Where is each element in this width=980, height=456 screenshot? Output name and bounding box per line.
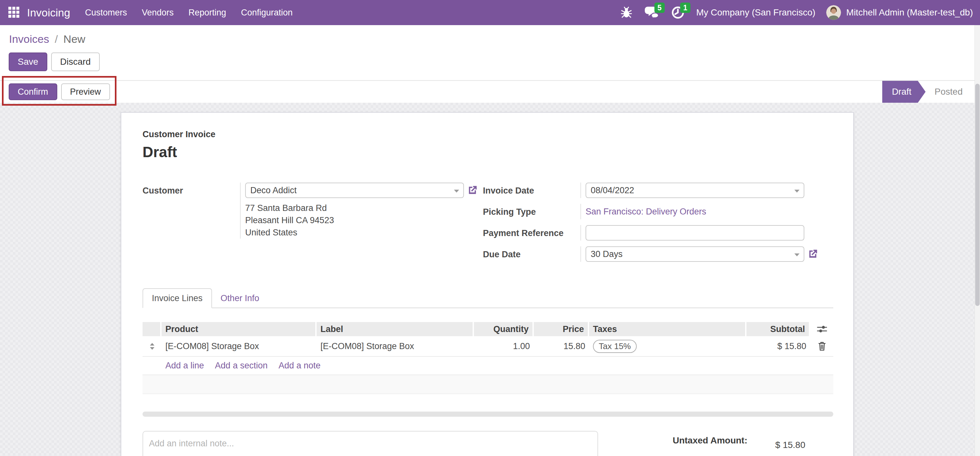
breadcrumb-current: New [64,33,85,45]
tab-other-info[interactable]: Other Info [212,289,268,308]
company-switcher[interactable]: My Company (San Francisco) [696,7,815,18]
invoice-date-label: Invoice Date [483,183,581,198]
drag-handle[interactable] [150,343,154,350]
odoo-invoicing-screen: Invoicing Customers Vendors Reporting Co… [0,0,980,456]
activities-badge: 1 [680,3,690,13]
sliders-icon [816,324,827,334]
customer-external-link-icon[interactable] [466,185,478,196]
apps-menu-icon[interactable] [7,5,21,20]
picking-type-row: Picking Type San Francisco: Delivery Ord… [483,204,833,219]
user-avatar[interactable] [826,5,841,20]
due-date-external-link-icon[interactable] [807,248,818,260]
payment-reference-row: Payment Reference [483,225,833,241]
scrollbar-thumb[interactable] [975,84,980,306]
add-a-section-link[interactable]: Add a section [215,361,268,371]
breadcrumb: Invoices / New [0,25,980,45]
picking-type-label: Picking Type [483,204,581,219]
state-posted[interactable]: Posted [926,81,966,103]
vertical-scrollbar [975,25,980,456]
add-a-line-link[interactable]: Add a line [165,361,204,371]
optional-columns-button[interactable] [810,322,834,336]
cell-product[interactable]: [E-COM08] Storage Box [162,336,317,356]
debug-button[interactable] [619,5,634,20]
top-navbar: Invoicing Customers Vendors Reporting Co… [0,0,980,25]
due-date-input[interactable]: 30 Days [585,246,804,262]
payment-reference-label: Payment Reference [483,225,581,241]
add-a-note-link[interactable]: Add a note [278,361,321,371]
bug-icon [621,6,632,19]
field-area: Customer Deco Addict [143,183,833,268]
untaxed-amount-value: $ 15.80 [748,435,805,450]
column-header-label[interactable]: Label [317,322,474,336]
trash-icon [817,341,827,351]
column-header-subtotal[interactable]: Subtotal [746,322,810,336]
delete-line-button[interactable] [810,336,834,356]
menu-customers[interactable]: Customers [85,8,127,18]
internal-note-textarea[interactable] [143,431,598,456]
customer-label: Customer [143,183,240,239]
column-header-product[interactable]: Product [162,322,317,336]
due-date-label: Due Date [483,246,581,262]
app-name[interactable]: Invoicing [27,6,70,19]
save-button[interactable]: Save [9,53,47,71]
cell-taxes[interactable]: Tax 15% [589,336,746,356]
address-line-3: United States [245,226,334,239]
cell-quantity[interactable]: 1.00 [474,336,534,356]
state-draft[interactable]: Draft [882,81,926,103]
nav-menus: Customers Vendors Reporting Configuratio… [85,8,293,18]
form-view-background: Customer Invoice Draft Customer Deco Add… [0,103,980,456]
table-horizontal-scrollbar[interactable] [143,411,833,417]
tab-invoice-lines[interactable]: Invoice Lines [143,288,212,308]
chevron-down-icon [794,190,800,193]
preview-button[interactable]: Preview [61,83,110,100]
invoice-date-value: 08/04/2022 [591,185,634,196]
column-header-quantity[interactable]: Quantity [474,322,534,336]
payment-reference-input[interactable] [585,225,804,241]
column-header-price[interactable]: Price [534,322,589,336]
table-header: Product Label Quantity Price Taxes Subto… [143,322,833,336]
invoice-lines-table: Product Label Quantity Price Taxes Subto… [143,322,833,394]
due-date-row: Due Date 30 Days [483,246,833,262]
menu-vendors[interactable]: Vendors [142,8,174,18]
messages-button[interactable]: 5 [645,5,660,20]
invoice-date-input[interactable]: 08/04/2022 [585,183,804,198]
menu-configuration[interactable]: Configuration [241,8,293,18]
confirm-button[interactable]: Confirm [9,83,57,100]
sheet-bottom-row: Untaxed Amount: $ 15.80 Tax 15% [143,431,833,456]
control-panel: Invoices / New Save Discard [0,25,980,80]
tax-badge[interactable]: Tax 15% [593,340,637,353]
invoice-date-row: Invoice Date 08/04/2022 [483,183,833,198]
document-type-label: Customer Invoice [143,129,833,139]
chevron-down-icon [454,190,459,193]
cell-price[interactable]: 15.80 [534,336,589,356]
menu-reporting[interactable]: Reporting [189,8,226,18]
activities-button[interactable]: 1 [670,5,685,20]
handle-column-header [143,322,162,336]
customer-address: 77 Santa Barbara Rd Pleasant Hill CA 945… [245,202,334,239]
untaxed-amount-row: Untaxed Amount: $ 15.80 [664,435,805,450]
discard-button[interactable]: Discard [51,53,100,71]
navbar-right: 5 1 My Company (San Francisco) [619,5,973,20]
customer-field-row: Customer Deco Addict [143,183,483,239]
left-field-group: Customer Deco Addict [143,183,483,268]
address-line-2: Pleasant Hill CA 94523 [245,214,334,226]
column-header-taxes[interactable]: Taxes [589,322,746,336]
breadcrumb-separator: / [52,33,60,45]
customer-value: Deco Addict [250,185,297,196]
user-menu[interactable]: Mitchell Admin (Master-test_db) [846,7,973,18]
breadcrumb-invoices-link[interactable]: Invoices [9,33,49,45]
untaxed-amount-label: Untaxed Amount: [664,435,748,446]
table-add-row: Add a line Add a section Add a note [143,357,833,375]
control-panel-buttons: Save Discard [9,53,980,71]
table-empty-row [143,375,833,394]
grid-icon [8,7,20,18]
notebook-tabs: Invoice Lines Other Info [143,288,833,308]
messages-badge: 5 [654,3,665,13]
totals-block: Untaxed Amount: $ 15.80 Tax 15% [664,435,805,456]
statusbar-states: Draft Posted [882,81,966,103]
cell-label[interactable]: [E-COM08] Storage Box [317,336,474,356]
table-body: [E-COM08] Storage Box [E-COM08] Storage … [143,336,833,394]
invoice-line-row: [E-COM08] Storage Box [E-COM08] Storage … [143,336,833,357]
picking-type-link[interactable]: San Francisco: Delivery Orders [585,207,706,217]
customer-input[interactable]: Deco Addict [245,183,464,198]
